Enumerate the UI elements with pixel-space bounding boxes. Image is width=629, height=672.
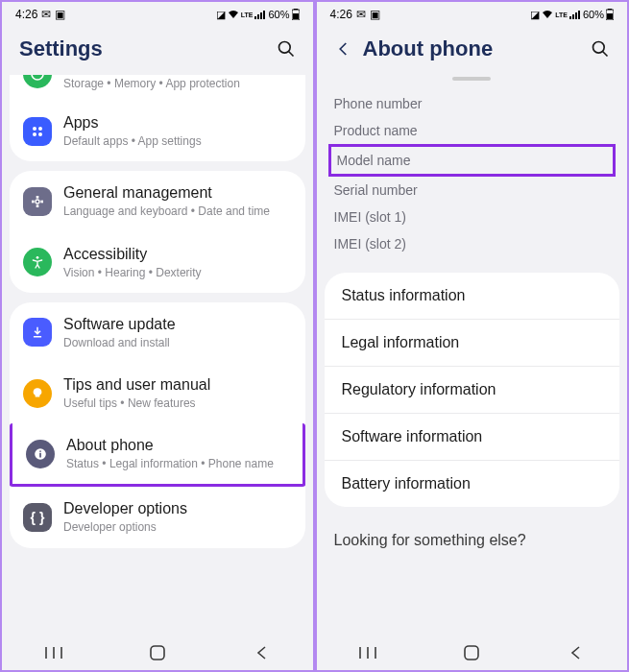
search-icon[interactable]	[277, 39, 296, 59]
devicecare-icon	[23, 75, 52, 88]
recents-button[interactable]	[344, 646, 392, 660]
svg-point-17	[39, 450, 41, 452]
back-button[interactable]	[551, 645, 599, 660]
nav-legal[interactable]: Legal information	[325, 319, 620, 366]
info-imei-1[interactable]: IMEI (slot 1)	[334, 204, 611, 230]
signal-icon	[569, 10, 581, 19]
settings-row-update[interactable]: Software update Download and install	[10, 302, 305, 363]
settings-card-1: Storage • Memory • App protection Apps D…	[10, 75, 305, 161]
row-title: Developer options	[63, 499, 292, 518]
row-sub: Vision • Hearing • Dexterity	[63, 265, 292, 280]
page-title: Settings	[19, 36, 103, 61]
gmail-icon: ✉	[356, 8, 366, 21]
svg-point-9	[38, 132, 42, 136]
status-bar: 4:26 ✉ ▣ ◪ LTE 60%	[2, 2, 313, 21]
svg-line-4	[288, 52, 293, 57]
svg-rect-10	[36, 196, 39, 199]
svg-line-27	[603, 52, 608, 57]
signal-icon	[254, 10, 266, 19]
svg-rect-24	[607, 13, 613, 19]
row-sub: Storage • Memory • App protection	[63, 76, 292, 91]
svg-point-6	[33, 127, 36, 131]
svg-point-3	[278, 42, 290, 54]
svg-point-26	[593, 42, 605, 54]
status-time: 4:26	[15, 8, 37, 21]
drag-handle[interactable]	[452, 77, 491, 81]
download-icon	[23, 318, 52, 347]
svg-point-5	[32, 75, 43, 80]
settings-row-general[interactable]: General management Language and keyboard…	[10, 171, 305, 231]
about-nav-card: Status information Legal information Reg…	[325, 273, 620, 507]
settings-card-2: General management Language and keyboard…	[10, 171, 305, 292]
back-icon[interactable]	[334, 39, 353, 59]
settings-screen: 4:26 ✉ ▣ ◪ LTE 60% Settings	[0, 0, 315, 672]
row-sub: Default apps • App settings	[63, 133, 292, 149]
settings-row-devopts[interactable]: { } Developer options Developer options	[10, 487, 305, 547]
svg-rect-25	[608, 9, 612, 10]
svg-rect-1	[293, 13, 299, 19]
wifi-icon	[228, 10, 239, 19]
status-bar: 4:26 ✉ ▣ ◪ LTE 60%	[317, 2, 628, 21]
info-serial-number[interactable]: Serial number	[334, 177, 611, 204]
info-icon	[26, 440, 55, 468]
row-sub: Download and install	[63, 335, 292, 350]
svg-rect-2	[294, 9, 298, 10]
svg-point-8	[33, 132, 36, 136]
row-sub: Language and keyboard • Date and time	[63, 204, 292, 219]
battery-icon	[606, 9, 614, 20]
row-sub: Developer options	[63, 519, 292, 535]
row-title: General management	[63, 183, 292, 203]
home-button[interactable]	[133, 645, 181, 660]
svg-rect-18	[39, 453, 41, 458]
row-title: About phone	[66, 436, 289, 455]
apps-icon	[23, 117, 52, 146]
svg-point-7	[38, 127, 42, 131]
back-button[interactable]	[237, 645, 285, 660]
device-info-list: Phone number Product name Model name Ser…	[317, 90, 628, 263]
settings-row-about[interactable]: About phone Status • Legal information •…	[10, 423, 305, 487]
row-title: Accessibility	[63, 245, 292, 264]
search-icon[interactable]	[591, 39, 610, 59]
battery-text: 60%	[583, 9, 604, 20]
nav-software[interactable]: Software information	[325, 413, 620, 460]
lte-icon: LTE	[555, 12, 568, 18]
settings-row-accessibility[interactable]: Accessibility Vision • Hearing • Dexteri…	[10, 232, 305, 293]
header: Settings	[2, 21, 313, 75]
gmail-icon: ✉	[41, 8, 51, 21]
svg-point-14	[36, 200, 39, 204]
nav-status[interactable]: Status information	[325, 273, 620, 319]
info-imei-2[interactable]: IMEI (slot 2)	[334, 230, 611, 257]
about-phone-screen: 4:26 ✉ ▣ ◪ LTE 60% About phone Phone num…	[315, 0, 630, 672]
settings-row-apps[interactable]: Apps Default apps • App settings	[10, 101, 305, 161]
nav-bar	[317, 636, 628, 670]
nav-battery[interactable]: Battery information	[325, 460, 620, 507]
braces-icon: { }	[23, 503, 52, 532]
battery-icon	[292, 9, 300, 20]
home-button[interactable]	[448, 645, 496, 660]
settings-row-devicecare[interactable]: Storage • Memory • App protection	[10, 75, 305, 101]
accessibility-icon	[23, 248, 52, 276]
info-model-name[interactable]: Model name	[328, 144, 617, 177]
settings-row-tips[interactable]: Tips and user manual Useful tips • New f…	[10, 363, 305, 423]
header: About phone	[317, 21, 628, 75]
page-title: About phone	[363, 36, 494, 61]
svg-rect-12	[32, 201, 35, 204]
recents-button[interactable]	[30, 646, 78, 660]
svg-rect-31	[465, 646, 478, 660]
row-title: Software update	[63, 315, 292, 334]
nav-regulatory[interactable]: Regulatory information	[325, 366, 620, 413]
image-icon: ▣	[370, 8, 380, 21]
row-sub: Useful tips • New features	[63, 396, 292, 411]
gear-icon	[23, 187, 52, 216]
lte-icon: LTE	[241, 12, 254, 18]
info-product-name[interactable]: Product name	[334, 117, 611, 144]
svg-rect-13	[40, 201, 43, 204]
info-phone-number[interactable]: Phone number	[334, 90, 611, 117]
battery-saver-icon: ◪	[530, 9, 540, 21]
footer-prompt: Looking for something else?	[317, 516, 628, 549]
row-title: Tips and user manual	[63, 375, 292, 395]
battery-text: 60%	[268, 9, 289, 20]
svg-rect-22	[151, 646, 164, 660]
wifi-icon	[542, 10, 553, 19]
settings-card-3: Software update Download and install Tip…	[10, 302, 305, 548]
